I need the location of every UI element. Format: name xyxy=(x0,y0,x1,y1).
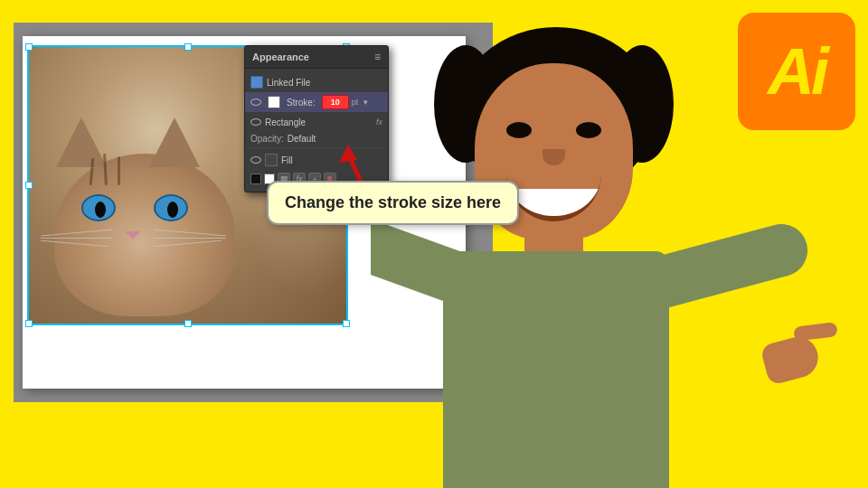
rectangle-label: Rectangle xyxy=(265,117,306,127)
panel-menu-icon[interactable]: ≡ xyxy=(374,51,381,63)
person-torso xyxy=(443,251,669,488)
fx-label[interactable]: fx xyxy=(376,117,382,127)
opacity-label: Opacity: xyxy=(250,134,284,144)
person-hand-right xyxy=(760,333,823,386)
fill-label: Fill xyxy=(281,155,293,165)
stroke-color-swatch[interactable] xyxy=(268,96,280,108)
color-swatch-black[interactable] xyxy=(250,174,261,184)
linked-file-row: Linked File xyxy=(245,72,388,92)
stroke-dropdown-arrow[interactable]: ▼ xyxy=(362,99,369,107)
callout-bubble: Change the stroke size here xyxy=(267,181,519,225)
stroke-value-input[interactable]: 10 xyxy=(322,95,349,109)
rectangle-row: Rectangle fx xyxy=(245,112,388,132)
person-eye-right xyxy=(576,122,601,138)
person-finger-right xyxy=(793,322,838,342)
panel-header: Appearance ≡ xyxy=(245,46,388,69)
linked-file-icon xyxy=(250,76,263,89)
fill-visibility-icon[interactable] xyxy=(250,156,261,164)
person-nose xyxy=(542,149,565,165)
callout-text: Change the stroke size here xyxy=(285,193,501,211)
opacity-value: Default xyxy=(288,134,316,144)
stroke-unit: pt xyxy=(352,98,359,107)
ai-logo: Ai xyxy=(738,13,855,130)
person-silhouette xyxy=(371,18,714,488)
ai-logo-text: Ai xyxy=(768,39,826,104)
stroke-visibility-icon[interactable] xyxy=(250,99,261,106)
person-teeth xyxy=(506,189,601,216)
svg-marker-1 xyxy=(339,145,357,163)
rectangle-visibility-icon[interactable] xyxy=(250,118,261,126)
person-eye-left xyxy=(506,122,532,138)
fill-swatch[interactable] xyxy=(265,154,278,166)
panel-title: Appearance xyxy=(252,52,309,62)
stroke-row[interactable]: Stroke: 10 pt ▼ xyxy=(245,92,388,112)
person-smile xyxy=(506,172,601,221)
linked-file-label: Linked File xyxy=(267,78,310,88)
stroke-label: Stroke: xyxy=(287,98,316,108)
